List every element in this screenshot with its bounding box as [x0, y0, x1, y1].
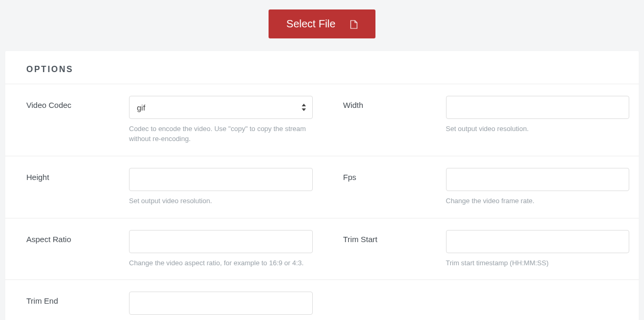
fps-help: Change the video frame rate.	[446, 196, 630, 206]
panel-header: OPTIONS	[5, 51, 639, 84]
field-video-codec: Video Codec gif Codec to encode the vide…	[5, 84, 322, 156]
field-aspect-ratio: Aspect Ratio Change the video aspect rat…	[5, 218, 322, 281]
trim-start-input[interactable]	[446, 230, 630, 253]
field-width: Width Set output video resolution.	[322, 84, 639, 156]
height-input[interactable]	[129, 168, 313, 191]
field-fps: Fps Change the video frame rate.	[322, 156, 639, 218]
fps-label: Fps	[343, 168, 446, 182]
options-panel: OPTIONS Video Codec gif Codec to encode …	[5, 51, 639, 320]
video-codec-help: Codec to encode the video. Use "copy" to…	[129, 124, 313, 144]
video-codec-label: Video Codec	[26, 96, 129, 109]
empty-cell	[322, 280, 639, 320]
field-height: Height Set output video resolution.	[5, 156, 322, 218]
field-trim-start: Trim Start Trim start timestamp (HH:MM:S…	[322, 218, 639, 281]
height-label: Height	[26, 168, 129, 182]
aspect-ratio-help: Change the video aspect ratio, for examp…	[129, 258, 313, 268]
aspect-ratio-input[interactable]	[129, 230, 313, 253]
select-file-label: Select File	[286, 18, 335, 30]
aspect-ratio-label: Aspect Ratio	[26, 230, 129, 244]
field-trim-end: Trim End Trim end timestamp (HH:MM:SS)	[5, 280, 322, 320]
select-file-wrap: Select File	[0, 0, 644, 51]
file-icon	[350, 19, 358, 28]
trim-end-label: Trim End	[26, 292, 129, 305]
width-input[interactable]	[446, 96, 630, 119]
width-help: Set output video resolution.	[446, 124, 630, 134]
trim-start-label: Trim Start	[343, 230, 446, 244]
trim-start-help: Trim start timestamp (HH:MM:SS)	[446, 258, 630, 268]
select-file-button[interactable]: Select File	[269, 9, 375, 38]
panel-title: OPTIONS	[26, 65, 618, 74]
options-grid: Video Codec gif Codec to encode the vide…	[5, 84, 639, 320]
fps-input[interactable]	[446, 168, 630, 191]
trim-end-input[interactable]	[129, 292, 313, 315]
video-codec-select[interactable]: gif	[129, 96, 313, 119]
height-help: Set output video resolution.	[129, 196, 313, 206]
width-label: Width	[343, 96, 446, 109]
